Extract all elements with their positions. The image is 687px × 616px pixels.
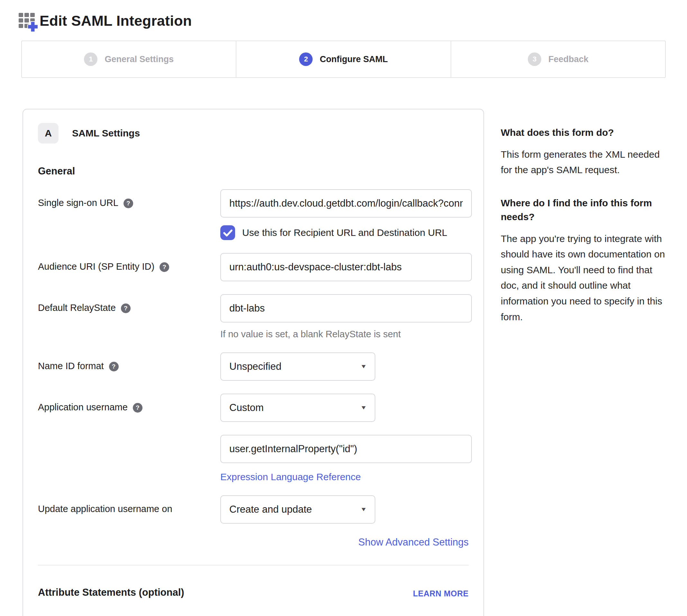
help-icon[interactable]: ? [160,262,169,272]
app-username-row: Application username ? Custom ▼ [38,394,468,422]
relay-state-row: Default RelayState ? If no value is set,… [38,294,468,339]
update-app-username-label-wrap: Update application username on [38,495,220,524]
saml-settings-header: A SAML Settings [38,123,468,144]
chevron-down-icon: ▼ [360,404,367,411]
section-divider [38,565,468,566]
relay-state-input[interactable] [220,294,472,323]
use-for-recipient-checkbox[interactable] [220,225,235,240]
saml-settings-form: Single sign-on URL ? Use this for Recipi… [38,189,468,548]
help-icon[interactable]: ? [121,304,131,313]
name-id-format-label-wrap: Name ID format ? [38,352,220,381]
step-number-badge: 2 [299,52,313,66]
name-id-format-select[interactable]: Unspecified ▼ [220,352,375,381]
sso-url-row: Single sign-on URL ? Use this for Recipi… [38,189,468,240]
name-id-format-value: Unspecified [229,361,281,372]
help-body-1: This form generates the XML needed for t… [501,147,671,178]
step-general-settings[interactable]: 1 General Settings [22,41,236,77]
wizard-steps: 1 General Settings 2 Configure SAML 3 Fe… [21,41,666,78]
section-a-badge: A [38,123,59,144]
edit-saml-integration-page: Edit SAML Integration 1 General Settings… [0,0,687,616]
step-number-badge: 3 [528,52,541,66]
saml-settings-card: A SAML Settings General Single sign-on U… [23,109,484,616]
step-label: Feedback [548,54,589,64]
attribute-statements-title: Attribute Statements (optional) [38,587,184,598]
update-app-username-label: Update application username on [38,504,173,514]
help-heading-2: Where do I find the info this form needs… [501,196,671,224]
page-title: Edit SAML Integration [40,13,192,29]
audience-uri-label: Audience URI (SP Entity ID) [38,261,154,272]
page-header: Edit SAML Integration [0,0,687,31]
chevron-down-icon: ▼ [360,364,367,370]
general-heading: General [38,166,468,177]
advanced-settings-row: Show Advanced Settings [38,536,468,548]
update-app-username-value: Create and update [229,504,312,515]
expression-language-reference-link[interactable]: Expression Language Reference [220,471,361,482]
step-label: Configure SAML [320,54,388,64]
recipient-url-checkbox-label: Use this for Recipient URL and Destinati… [242,227,448,238]
sso-url-label-wrap: Single sign-on URL ? [38,189,220,240]
step-configure-saml[interactable]: 2 Configure SAML [236,41,450,77]
name-id-format-label: Name ID format [38,361,104,371]
app-username-label-wrap: Application username ? [38,394,220,422]
step-label: General Settings [105,54,174,64]
custom-expression-row: Expression Language Reference [38,435,468,482]
audience-uri-label-wrap: Audience URI (SP Entity ID) ? [38,253,220,281]
main-content: A SAML Settings General Single sign-on U… [23,109,687,616]
help-body-2: The app you're trying to integrate with … [501,231,671,325]
step-feedback[interactable]: 3 Feedback [451,41,665,77]
help-icon[interactable]: ? [123,199,133,208]
help-icon[interactable]: ? [109,362,119,371]
step-number-badge: 1 [84,52,97,66]
recipient-url-checkbox-row: Use this for Recipient URL and Destinati… [220,225,472,240]
relay-state-hint: If no value is set, a blank RelayState i… [220,329,472,339]
sso-url-input[interactable] [220,189,472,218]
help-heading-1: What does this form do? [501,126,671,140]
help-icon[interactable]: ? [133,403,142,413]
update-app-username-row: Update application username on Create an… [38,495,468,524]
saml-app-grid-plus-icon [18,10,39,31]
sso-url-label: Single sign-on URL [38,198,118,208]
app-username-select[interactable]: Custom ▼ [220,394,375,422]
show-advanced-settings-link[interactable]: Show Advanced Settings [358,536,468,548]
update-app-username-select[interactable]: Create and update ▼ [220,495,375,524]
audience-uri-row: Audience URI (SP Entity ID) ? [38,253,468,281]
custom-expression-input[interactable] [220,435,472,463]
attribute-statements-header: Attribute Statements (optional) LEARN MO… [38,587,468,598]
relay-state-label-wrap: Default RelayState ? [38,294,220,339]
relay-state-label: Default RelayState [38,303,116,313]
section-title: SAML Settings [72,128,140,139]
app-username-value: Custom [229,402,264,414]
app-username-label: Application username [38,402,128,413]
audience-uri-input[interactable] [220,253,472,281]
name-id-format-row: Name ID format ? Unspecified ▼ [38,352,468,381]
help-sidebar: What does this form do? This form genera… [501,109,671,343]
chevron-down-icon: ▼ [360,506,367,513]
learn-more-link[interactable]: LEARN MORE [413,589,468,598]
